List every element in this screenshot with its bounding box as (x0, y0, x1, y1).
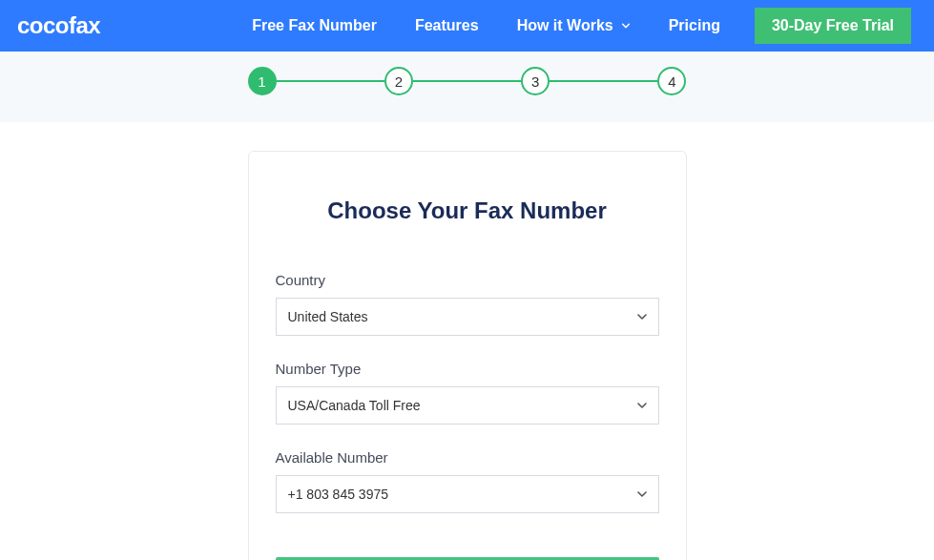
number-type-label: Number Type (276, 361, 659, 377)
logo[interactable]: cocofax (17, 12, 100, 39)
free-trial-button[interactable]: 30-Day Free Trial (755, 8, 911, 44)
chevron-down-icon (621, 21, 631, 31)
nav-pricing[interactable]: Pricing (669, 17, 720, 34)
nav: Free Fax Number Features How it Works Pr… (252, 17, 720, 34)
step-3[interactable]: 3 (521, 67, 550, 95)
header: cocofax Free Fax Number Features How it … (0, 0, 934, 52)
country-label: Country (276, 272, 659, 288)
number-type-select[interactable]: USA/Canada Toll Free (276, 386, 659, 425)
nav-features[interactable]: Features (415, 17, 479, 34)
step-line (550, 80, 657, 82)
number-type-select-wrap: USA/Canada Toll Free (276, 386, 659, 425)
step-4[interactable]: 4 (657, 67, 686, 95)
step-2[interactable]: 2 (384, 67, 413, 95)
step-1[interactable]: 1 (248, 67, 277, 95)
page-title: Choose Your Fax Number (276, 197, 659, 224)
nav-free-fax-number[interactable]: Free Fax Number (252, 17, 377, 34)
step-line (277, 80, 384, 82)
nav-how-it-works[interactable]: How it Works (517, 17, 631, 34)
step-line (413, 80, 521, 82)
country-select-wrap: United States (276, 298, 659, 336)
form-card: Choose Your Fax Number Country United St… (248, 151, 687, 560)
available-number-field: Available Number +1 803 845 3975 (276, 449, 659, 513)
available-number-select[interactable]: +1 803 845 3975 (276, 475, 659, 513)
country-field: Country United States (276, 272, 659, 336)
stepper-band: 1 2 3 4 (0, 52, 934, 122)
available-number-select-wrap: +1 803 845 3975 (276, 475, 659, 513)
number-type-field: Number Type USA/Canada Toll Free (276, 361, 659, 425)
nav-how-it-works-label: How it Works (517, 17, 613, 34)
country-select[interactable]: United States (276, 298, 659, 336)
available-number-label: Available Number (276, 449, 659, 466)
stepper: 1 2 3 4 (248, 67, 687, 95)
